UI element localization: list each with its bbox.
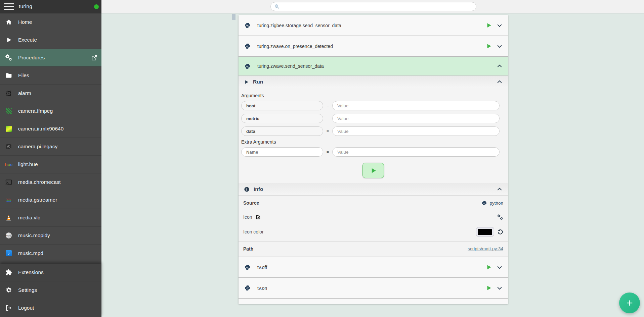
home-icon [5, 18, 13, 26]
run-procedure-button[interactable] [486, 22, 492, 28]
equals-sign: = [327, 116, 329, 121]
connection-status-dot [94, 4, 99, 9]
chevron-down-icon[interactable] [497, 264, 503, 270]
menu-icon[interactable] [4, 3, 14, 10]
argument-value-input[interactable] [332, 101, 500, 110]
path-label: Path [243, 246, 253, 252]
sidebar-item-music-mpd[interactable]: ♪ music.mpd [0, 245, 101, 262]
procedure-name: tv.off [257, 265, 267, 270]
sidebar-item-extensions[interactable]: Extensions [0, 264, 101, 281]
info-row-icon-color: Icon color [239, 224, 508, 240]
run-section-icon [244, 80, 249, 85]
python-icon [245, 285, 251, 291]
sidebar-item-media-vlc[interactable]: media.vlc [0, 209, 101, 227]
info-section-header[interactable]: Info [239, 183, 508, 196]
run-procedure-button[interactable] [486, 264, 492, 270]
procedure-row[interactable]: tv.off [239, 257, 508, 277]
run-procedure-button[interactable] [486, 303, 492, 304]
sidebar-item-alarm[interactable]: alarm [0, 85, 101, 102]
argument-row: = [241, 101, 500, 110]
scrollbar-thumb[interactable] [232, 14, 235, 20]
argument-name-field[interactable] [241, 126, 323, 136]
procedure-row[interactable]: turing.zwave.on_presence_detected [239, 36, 508, 57]
vlc-cone-icon [5, 214, 13, 222]
sidebar-item-execute[interactable]: Execute [0, 31, 101, 49]
info-section-title: Info [254, 186, 263, 192]
procedure-row[interactable]: turing.zigbee.storage.send_sensor_data [239, 15, 508, 36]
chevron-up-icon[interactable] [497, 186, 503, 192]
run-section-title: Run [253, 79, 263, 85]
argument-value-input[interactable] [332, 126, 500, 136]
sidebar-bottom-section: Extensions Settings Logout [0, 264, 101, 317]
source-value: python [489, 201, 503, 206]
info-row-icon: Icon [239, 210, 508, 224]
extra-argument-name-input[interactable] [241, 147, 323, 157]
sidebar-item-media-gstreamer[interactable]: media.gstreamer [0, 191, 101, 209]
procedure-row[interactable]: tv.on [239, 277, 508, 298]
alarm-clock-icon [5, 89, 13, 97]
sidebar-item-files[interactable]: Files [0, 67, 101, 85]
external-link-icon[interactable] [91, 55, 97, 61]
sidebar-item-settings[interactable]: Settings [0, 281, 101, 299]
chevron-down-icon[interactable] [497, 43, 503, 49]
run-section-header[interactable]: Run [239, 75, 508, 88]
chevron-down-icon[interactable] [497, 285, 503, 291]
equals-sign: = [327, 129, 329, 134]
gears-icon [497, 214, 503, 220]
python-icon [245, 22, 251, 28]
procedure-row-selected[interactable]: turing.zwave.send_sensor_data [239, 57, 508, 75]
app-title: turing [19, 3, 32, 9]
gears-icon [5, 54, 13, 62]
sidebar-item-music-mopidy[interactable]: Mopidy music.mopidy [0, 227, 101, 245]
gear-icon [5, 286, 13, 294]
sidebar: turing Home Execute [0, 0, 101, 317]
execute-run-button[interactable] [362, 163, 384, 178]
sidebar-item-camera-ir-mlx90640[interactable]: camera.ir.mlx90640 [0, 120, 101, 138]
info-section-body: Source python Icon [239, 196, 508, 257]
sidebar-item-camera-ffmpeg[interactable]: camera.ffmpeg [0, 102, 101, 120]
sidebar-item-camera-pi-legacy[interactable]: camera.pi.legacy [0, 138, 101, 156]
extra-arguments-label: Extra Arguments [241, 139, 500, 145]
python-icon [245, 264, 251, 270]
pi-camera-icon [5, 143, 13, 151]
sidebar-nav: Home Execute Procedures [0, 13, 101, 262]
argument-name-field[interactable] [241, 101, 323, 110]
python-icon [482, 201, 487, 206]
icon-color-picker[interactable] [476, 227, 494, 236]
reset-color-icon[interactable] [497, 229, 503, 235]
sidebar-item-procedures[interactable]: Procedures [0, 49, 101, 67]
ffmpeg-icon [5, 107, 13, 115]
run-section-body: Arguments = = = [239, 88, 508, 183]
source-path-link[interactable]: scripts/mqtt.py:34 [468, 246, 503, 251]
run-procedure-button[interactable] [486, 285, 492, 291]
search-input[interactable] [283, 4, 473, 9]
sidebar-item-home[interactable]: Home [0, 13, 101, 31]
chevron-up-icon[interactable] [497, 63, 503, 69]
app-root: turing Home Execute [0, 0, 644, 317]
python-icon [245, 63, 251, 69]
procedure-name: turing.zwave.on_presence_detected [257, 44, 333, 49]
sidebar-item-media-chromecast[interactable]: media.chromecast [0, 173, 101, 191]
argument-row: = [241, 114, 500, 123]
top-bar [101, 0, 644, 13]
sidebar-item-logout[interactable]: Logout [0, 299, 101, 317]
add-procedure-fab[interactable]: + [619, 293, 640, 313]
argument-value-input[interactable] [332, 114, 500, 123]
procedure-name: turing.zigbee.storage.send_sensor_data [257, 23, 341, 28]
chevron-up-icon[interactable] [497, 79, 503, 85]
sidebar-item-light-hue[interactable]: hue light.hue [0, 156, 101, 173]
chevron-down-icon[interactable] [497, 22, 503, 29]
icon-color-swatch [478, 229, 492, 235]
extra-argument-row: = [241, 147, 500, 157]
edit-icon[interactable] [255, 214, 261, 220]
run-procedure-button[interactable] [486, 43, 492, 49]
equals-sign: = [327, 103, 329, 108]
sidebar-header: turing [0, 0, 101, 13]
chromecast-icon [5, 178, 13, 186]
search-icon [274, 4, 280, 9]
procedure-name: turing.zwave.send_sensor_data [257, 63, 324, 69]
music-note-icon: ♪ [5, 249, 13, 257]
argument-name-field[interactable] [241, 114, 323, 123]
extra-argument-value-input[interactable] [332, 147, 500, 157]
procedure-row-clipped[interactable] [239, 298, 508, 304]
